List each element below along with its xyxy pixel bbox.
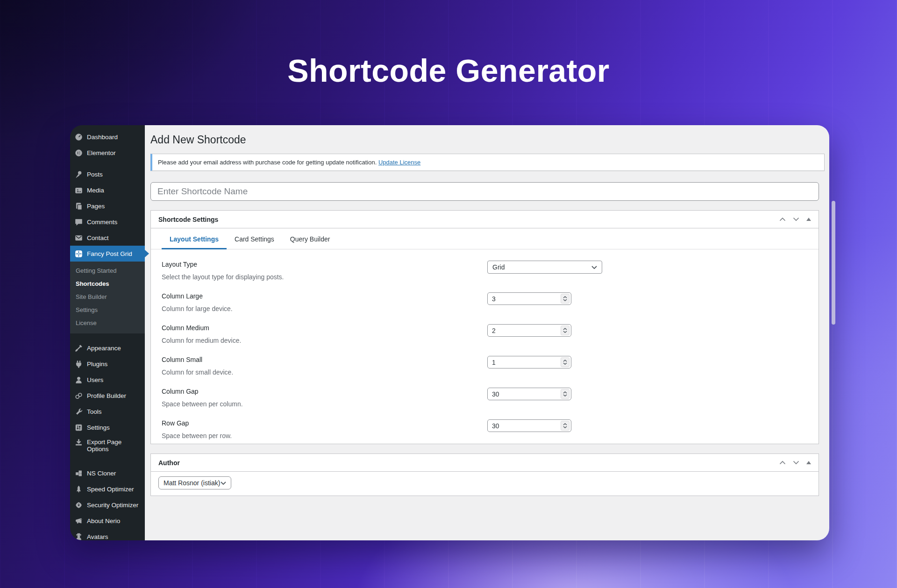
spinner-down-icon: [563, 362, 567, 365]
sidebar-item-dashboard[interactable]: Dashboard: [70, 129, 145, 145]
column-large-input: [487, 292, 571, 305]
column-small-input: [487, 356, 571, 368]
form-row-column-gap: Column Gap Space between per column.: [162, 376, 808, 408]
panel-header: Shortcode Settings: [151, 211, 819, 228]
update-license-link[interactable]: Update License: [378, 159, 420, 166]
sidebar-item-tools[interactable]: Tools: [70, 404, 145, 419]
selected-value: Matt Rosnor (istiak): [164, 479, 220, 487]
sidebar-item-pages[interactable]: Pages: [70, 198, 145, 214]
number-spinner[interactable]: [561, 389, 570, 399]
field-label: Column Large: [162, 292, 487, 300]
field-label: Column Medium: [162, 324, 487, 332]
sidebar-item-label: Export Page Options: [87, 439, 130, 453]
move-down-icon[interactable]: [793, 460, 799, 465]
layout-type-select[interactable]: Grid: [487, 261, 602, 274]
field-description: Column for large device.: [162, 305, 487, 313]
megaphone-icon: [75, 517, 83, 525]
author-body: Matt Rosnor (istiak): [151, 472, 819, 496]
page-heading: Add New Shortcode: [150, 134, 819, 146]
spinner-down-icon: [563, 426, 567, 428]
tab-layout-settings[interactable]: Layout Settings: [162, 228, 227, 249]
sidebar-item-label: Comments: [87, 219, 117, 226]
sidebar-subitem-site-builder[interactable]: Site Builder: [70, 290, 145, 304]
number-spinner[interactable]: [561, 357, 570, 367]
sidebar-item-export-page-options[interactable]: Export Page Options: [70, 435, 145, 458]
sidebar-item-appearance[interactable]: Appearance: [70, 340, 145, 356]
column-small-input-field[interactable]: [488, 356, 571, 368]
settings-tabs: Layout Settings Card Settings Query Buil…: [151, 228, 819, 249]
sidebar-item-speed-optimizer[interactable]: Speed Optimizer: [70, 481, 145, 497]
envelope-icon: [75, 234, 83, 242]
field-label: Row Gap: [162, 419, 487, 427]
panel-header: Author: [151, 454, 819, 472]
sidebar-item-label: Fancy Post Grid: [87, 250, 132, 257]
number-spinner[interactable]: [561, 294, 570, 304]
settings-form: Layout Type Select the layout type for d…: [151, 249, 819, 444]
sidebar-item-label: Appearance: [87, 345, 121, 352]
row-gap-input-field[interactable]: [488, 420, 571, 432]
column-medium-input: [487, 324, 571, 337]
author-select[interactable]: Matt Rosnor (istiak): [158, 476, 231, 489]
sidebar-item-label: NS Cloner: [87, 470, 116, 477]
media-icon: [75, 186, 83, 194]
user-icon: [75, 376, 83, 384]
form-row-row-gap: Row Gap Space between per row.: [162, 408, 808, 440]
sidebar-item-avatars[interactable]: Avatars: [70, 529, 145, 540]
shortcode-settings-panel: Shortcode Settings Layout Settings Card …: [150, 210, 819, 444]
notice-text: Please add your email address with purch…: [158, 159, 377, 166]
spinner-down-icon: [563, 394, 567, 397]
update-notice: Please add your email address with purch…: [150, 154, 825, 171]
column-gap-input-field[interactable]: [488, 388, 571, 400]
sidebar-item-label: Settings: [87, 424, 110, 431]
move-down-icon[interactable]: [793, 217, 799, 221]
sidebar-item-label: Avatars: [87, 533, 108, 540]
row-gap-input: [487, 419, 571, 432]
sidebar-item-posts[interactable]: Posts: [70, 166, 145, 182]
sidebar-item-settings[interactable]: Settings: [70, 419, 145, 435]
sidebar-item-security-optimizer[interactable]: Security Optimizer: [70, 497, 145, 513]
sidebar-subitem-license[interactable]: License: [70, 317, 145, 330]
sidebar-subitem-getting-started[interactable]: Getting Started: [70, 264, 145, 277]
spinner-up-icon: [563, 423, 567, 425]
sidebar-item-profile-builder[interactable]: Profile Builder: [70, 388, 145, 404]
sidebar-item-media[interactable]: Media: [70, 182, 145, 198]
collapse-toggle-icon[interactable]: [806, 461, 811, 464]
form-row-column-large: Column Large Column for large device.: [162, 281, 808, 313]
move-up-icon[interactable]: [779, 217, 786, 221]
sidebar-subitem-shortcodes[interactable]: Shortcodes: [70, 277, 145, 290]
field-description: Column for medium device.: [162, 337, 487, 345]
sidebar-item-label: Plugins: [87, 361, 107, 368]
number-spinner[interactable]: [561, 421, 570, 431]
sidebar-item-users[interactable]: Users: [70, 372, 145, 388]
sidebar-item-plugins[interactable]: Plugins: [70, 356, 145, 372]
tab-card-settings[interactable]: Card Settings: [227, 228, 282, 249]
sidebar-item-contact[interactable]: Contact: [70, 230, 145, 246]
form-row-layout-type: Layout Type Select the layout type for d…: [162, 249, 808, 281]
column-medium-input-field[interactable]: [488, 325, 571, 336]
collapse-toggle-icon[interactable]: [806, 218, 811, 221]
panel-title: Shortcode Settings: [158, 216, 218, 223]
spinner-up-icon: [563, 391, 567, 394]
sidebar-item-label: Users: [87, 376, 103, 383]
sidebar-item-elementor[interactable]: Elementor: [70, 145, 145, 161]
admin-content: Add New Shortcode Please add your email …: [145, 125, 829, 540]
sidebar-item-label: Speed Optimizer: [87, 486, 134, 493]
sidebar-item-fancy-post-grid[interactable]: Fancy Post Grid: [70, 246, 145, 262]
sidebar-item-label: Contact: [87, 234, 109, 241]
column-large-input-field[interactable]: [488, 293, 571, 305]
sidebar-subitem-settings[interactable]: Settings: [70, 304, 145, 317]
spinner-up-icon: [563, 296, 567, 298]
scrollbar[interactable]: [832, 201, 835, 325]
tab-query-builder[interactable]: Query Builder: [282, 228, 338, 249]
sidebar-item-about-nerio[interactable]: About Nerio: [70, 513, 145, 529]
selected-value: Grid: [492, 263, 505, 271]
number-spinner[interactable]: [561, 326, 570, 335]
export-icon: [75, 439, 83, 446]
form-row-column-medium: Column Medium Column for medium device.: [162, 313, 808, 345]
shortcode-name-input[interactable]: [150, 182, 819, 201]
sidebar-item-ns-cloner[interactable]: NS Cloner: [70, 465, 145, 481]
sidebar-item-comments[interactable]: Comments: [70, 214, 145, 230]
security-icon: [75, 501, 83, 509]
panel-title: Author: [158, 459, 180, 467]
move-up-icon[interactable]: [779, 460, 786, 465]
